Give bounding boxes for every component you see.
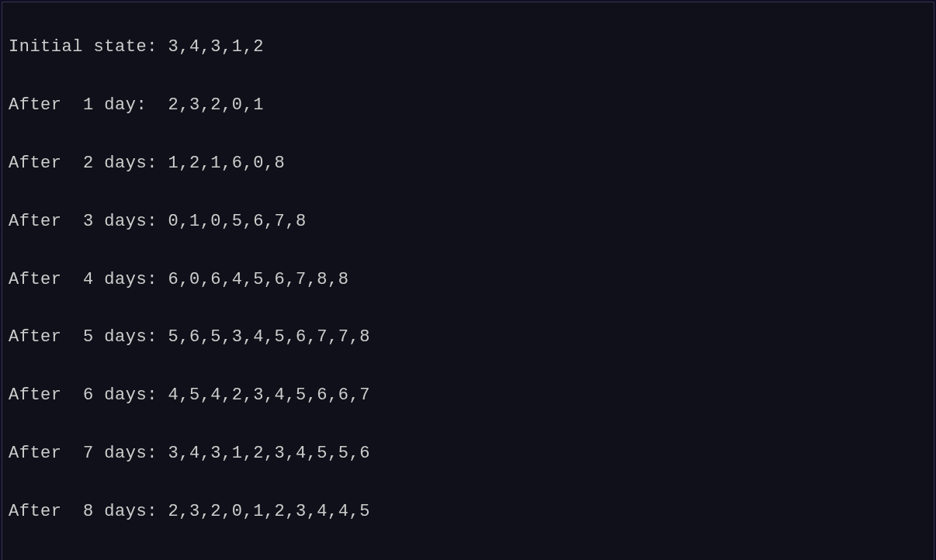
code-line: Initial state: 3,4,3,1,2 <box>9 33 927 61</box>
code-line: After 4 days: 6,0,6,4,5,6,7,8,8 <box>9 265 927 294</box>
code-line: After 7 days: 3,4,3,1,2,3,4,5,5,6 <box>9 439 927 468</box>
code-line: After 1 day: 2,3,2,0,1 <box>9 91 927 119</box>
code-display: Initial state: 3,4,3,1,2 After 1 day: 2,… <box>2 2 934 560</box>
code-line: After 9 days: 1,2,1,6,0,1,2,3,3,4,8 <box>9 555 927 560</box>
code-line: After 3 days: 0,1,0,5,6,7,8 <box>9 207 927 236</box>
code-line: After 8 days: 2,3,2,0,1,2,3,4,4,5 <box>9 497 927 526</box>
code-line: After 2 days: 1,2,1,6,0,8 <box>9 149 927 178</box>
code-line: After 6 days: 4,5,4,2,3,4,5,6,6,7 <box>9 381 927 410</box>
code-line: After 5 days: 5,6,5,3,4,5,6,7,7,8 <box>9 323 927 351</box>
